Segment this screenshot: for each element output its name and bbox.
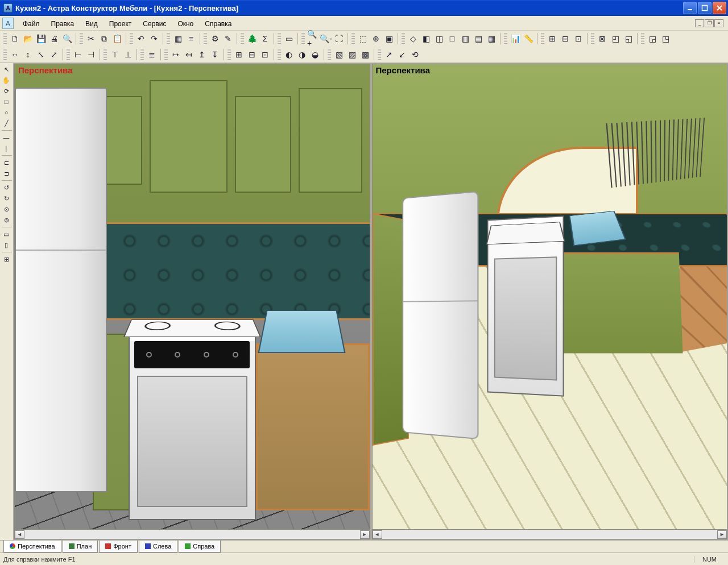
sp4-icon[interactable]: ⊠	[596, 32, 609, 45]
zoomout-icon[interactable]: 🔍-	[320, 32, 332, 45]
toolbar-grip[interactable]	[228, 49, 231, 60]
toolbar-grip[interactable]	[80, 33, 83, 44]
s1-icon[interactable]: ▭	[0, 229, 13, 239]
l4-icon[interactable]: ⊐	[0, 168, 13, 178]
a5-icon[interactable]: ⊞	[233, 48, 245, 61]
b4-icon[interactable]: ▧	[333, 48, 345, 61]
h2-icon[interactable]: ↙	[396, 48, 408, 61]
box-icon[interactable]: □	[0, 97, 13, 107]
s2-icon[interactable]: ▯	[0, 240, 13, 250]
toolbar-grip[interactable]	[3, 33, 7, 44]
m6-icon[interactable]: ⊣	[85, 48, 97, 61]
print-icon[interactable]: 🖨	[48, 32, 60, 45]
toolbar-grip[interactable]	[541, 33, 544, 44]
brick2-icon[interactable]: ▦	[485, 32, 498, 45]
toolbar-grip[interactable]	[164, 49, 168, 60]
h3-icon[interactable]: ⟲	[409, 48, 421, 61]
menu-файл[interactable]: Файл	[17, 19, 46, 29]
r2-icon[interactable]: ↻	[0, 193, 13, 203]
mdi-minimize-button[interactable]: _	[695, 19, 704, 27]
toolbar-grip[interactable]	[3, 49, 7, 60]
toolbar-grip[interactable]	[378, 49, 381, 60]
m1-icon[interactable]: ↔	[9, 48, 21, 61]
scroll-right-icon[interactable]: ►	[360, 530, 370, 539]
h1-icon[interactable]: ↗	[383, 48, 395, 61]
m7-icon[interactable]: ⊤	[109, 48, 121, 61]
m8-icon[interactable]: ⊥	[122, 48, 134, 61]
viewport-left-scrollbar[interactable]: ◄ ►	[15, 529, 370, 539]
view-tab-persp[interactable]: Перспектива	[3, 541, 61, 552]
sel-icon[interactable]: ⬚	[357, 32, 369, 45]
m3-icon[interactable]: ⤡	[35, 48, 47, 61]
toolbar-grip[interactable]	[241, 33, 244, 44]
new-icon[interactable]: 🗋	[9, 32, 21, 45]
a4-icon[interactable]: ↧	[209, 48, 221, 61]
m4-icon[interactable]: ⤢	[48, 48, 60, 61]
param-icon[interactable]: ⚙	[209, 32, 221, 45]
save-icon[interactable]: 💾	[35, 32, 47, 45]
boxred-icon[interactable]: ▣	[383, 32, 395, 45]
arrow-icon[interactable]: ↖	[0, 64, 13, 74]
close-button[interactable]	[713, 2, 726, 14]
rot-icon[interactable]: ⟳	[0, 86, 13, 96]
paste-icon[interactable]: 📋	[111, 32, 123, 45]
toolbar-grip[interactable]	[140, 49, 144, 60]
r1-icon[interactable]: ↺	[0, 182, 13, 193]
win-icon[interactable]: ▭	[283, 32, 295, 45]
align-icon[interactable]: ≡	[185, 32, 197, 45]
view-tab-left[interactable]: Слева	[139, 541, 177, 552]
circ-icon[interactable]: ○	[0, 107, 13, 118]
grid-icon[interactable]: ▦	[172, 32, 184, 45]
t1-icon[interactable]: ⊞	[0, 254, 13, 264]
chart-icon[interactable]: 📊	[509, 32, 522, 45]
sp3-icon[interactable]: ⊡	[572, 32, 585, 45]
menu-правка[interactable]: Правка	[46, 19, 80, 29]
sum-icon[interactable]: Σ	[259, 32, 271, 45]
line-icon[interactable]: ╱	[0, 118, 13, 128]
a1-icon[interactable]: ↦	[169, 48, 182, 61]
sp2-icon[interactable]: ⊟	[559, 32, 572, 45]
toolbar-grip[interactable]	[328, 49, 331, 60]
a7-icon[interactable]: ⊡	[259, 48, 271, 61]
toolbar-grip[interactable]	[301, 33, 305, 44]
preview-icon[interactable]: 🔍	[61, 32, 73, 45]
sp6-icon[interactable]: ◱	[622, 32, 635, 45]
view-tab-right[interactable]: Справа	[179, 541, 221, 552]
undo-icon[interactable]: ↶	[135, 32, 147, 45]
sp8-icon[interactable]: ◳	[659, 32, 672, 45]
menu-сервис[interactable]: Сервис	[137, 19, 172, 29]
mdi-restore-button[interactable]: ❐	[705, 19, 714, 27]
b5-icon[interactable]: ▨	[346, 48, 358, 61]
m9-icon[interactable]: ≣	[146, 48, 158, 61]
pan-icon[interactable]: ✋	[0, 75, 13, 85]
toolbar-grip[interactable]	[104, 49, 107, 60]
scroll-left-icon[interactable]: ◄	[15, 530, 24, 539]
minimize-button[interactable]	[683, 2, 697, 14]
cut-icon[interactable]: ✂	[85, 32, 97, 45]
open-icon[interactable]: 📂	[22, 32, 34, 45]
toolbar-grip[interactable]	[641, 33, 644, 44]
toolbar-grip[interactable]	[278, 33, 281, 44]
l2-icon[interactable]: ∣	[0, 143, 13, 153]
toolbar-grip[interactable]	[204, 33, 207, 44]
toolbar-grip[interactable]	[351, 33, 355, 44]
toolbar-grip[interactable]	[402, 33, 405, 44]
poly-icon[interactable]: ◇	[407, 32, 419, 45]
tree-icon[interactable]: 🌲	[246, 32, 258, 45]
toolbar-grip[interactable]	[167, 33, 170, 44]
viewport-right-scrollbar[interactable]: ◄ ►	[373, 529, 727, 539]
b2-icon[interactable]: ◑	[296, 48, 308, 61]
l3-icon[interactable]: ⊏	[0, 157, 13, 168]
sp7-icon[interactable]: ◲	[646, 32, 659, 45]
app-menu-icon[interactable]: A	[2, 18, 14, 29]
toolbar-grip[interactable]	[278, 49, 281, 60]
mdi-close-button[interactable]: ×	[714, 19, 723, 27]
boxes-icon[interactable]: ◫	[433, 32, 445, 45]
a6-icon[interactable]: ⊟	[246, 48, 258, 61]
a2-icon[interactable]: ↤	[183, 48, 195, 61]
piece-icon[interactable]: ▥	[459, 32, 471, 45]
tool1-icon[interactable]: ✎	[222, 32, 234, 45]
view-tab-front[interactable]: Фронт	[99, 541, 138, 552]
zoomfit-icon[interactable]: ⛶	[333, 32, 345, 45]
viewport-right-canvas[interactable]: Перспектива	[373, 64, 727, 529]
